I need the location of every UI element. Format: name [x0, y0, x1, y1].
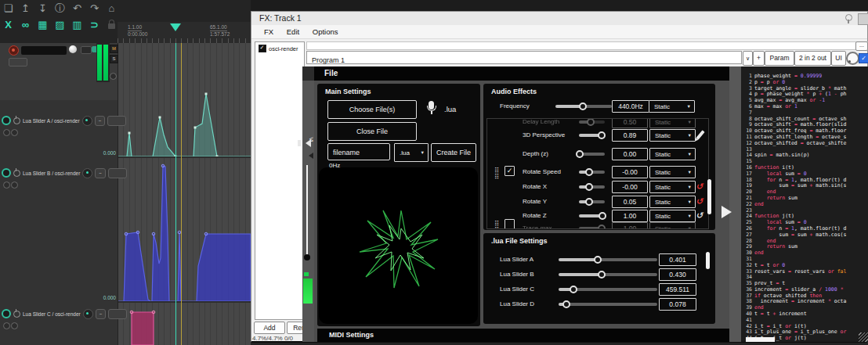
envelope-point[interactable] [159, 117, 161, 119]
slider-thumb[interactable] [599, 212, 606, 220]
param-slider[interactable] [555, 105, 612, 108]
choose-files-button[interactable]: Choose File(s) [327, 100, 417, 119]
fader-thumb[interactable] [304, 254, 310, 261]
lane-arm-icon[interactable] [2, 116, 11, 125]
fx-online-checkbox[interactable]: ✓ [859, 53, 868, 63]
param-value[interactable]: 0.89 [612, 129, 648, 142]
code-line[interactable]: 22end [743, 202, 846, 208]
rotate-enabled-icon[interactable]: ↺ [696, 210, 703, 221]
param-value[interactable]: 0.401 [659, 253, 696, 266]
microphone-icon[interactable] [429, 101, 434, 110]
add-fx-button[interactable]: Add [254, 322, 285, 334]
record-arm-button[interactable] [9, 45, 19, 56]
new-project-icon[interactable]: ❏ [2, 3, 14, 14]
solo-button[interactable]: S [110, 55, 118, 63]
code-line[interactable]: 40t = t + increment [743, 311, 846, 318]
fx-button[interactable] [81, 46, 92, 54]
track-name-field[interactable] [21, 46, 67, 55]
envelope-lua-slider-c[interactable] [132, 312, 154, 345]
track1-header[interactable]: M S [0, 43, 118, 100]
fx-list-item[interactable]: osci-render [269, 45, 298, 52]
rotate-disabled-icon[interactable]: ↺ [696, 196, 703, 207]
lane-value-knob[interactable] [82, 116, 92, 126]
param-slider[interactable] [559, 273, 657, 276]
menu-fx[interactable]: FX [264, 27, 273, 36]
close-file-button[interactable]: Close File [327, 122, 417, 141]
fx-enable-checkbox[interactable] [259, 45, 266, 52]
slider-thumb[interactable] [594, 256, 602, 264]
effects-scrollbar[interactable] [707, 179, 711, 214]
envelope-point[interactable] [194, 127, 197, 129]
lane-value-knob[interactable] [82, 168, 92, 178]
fx-comment-bar[interactable] [306, 41, 868, 50]
param-value[interactable]: 1.00 [612, 210, 648, 222]
lane-mod-button[interactable] [107, 116, 126, 126]
program-dropdown-arrow-icon[interactable]: ∨ [743, 51, 753, 66]
param-value[interactable]: 440.0Hz [612, 100, 649, 113]
slider-thumb[interactable] [598, 225, 606, 229]
code-line[interactable]: 12octave_shifted = octave_shifte [743, 141, 846, 147]
code-line[interactable]: 14spin = math.sin(p) [743, 153, 846, 159]
slider-thumb[interactable] [570, 286, 577, 293]
param-mode-dropdown[interactable]: Static▼ [649, 118, 696, 128]
plugin-menubar[interactable]: File [314, 66, 729, 81]
param-mode-dropdown[interactable]: Static▼ [649, 100, 695, 113]
slider-thumb[interactable] [598, 131, 606, 139]
param-mode-dropdown[interactable]: Static▼ [649, 196, 696, 208]
slider-thumb[interactable] [576, 150, 584, 158]
param-slider[interactable] [559, 303, 657, 306]
open-project-icon[interactable]: ↧ [37, 3, 49, 14]
param-slider[interactable] [579, 153, 605, 156]
undo-icon[interactable]: ↶ [71, 3, 83, 14]
param-value[interactable]: 0.00 [612, 148, 648, 160]
param-value[interactable]: 1.00 [612, 222, 648, 229]
lane-hide-icon[interactable] [11, 322, 18, 329]
close-button[interactable] [858, 13, 868, 25]
file-menu[interactable]: File [324, 69, 338, 77]
slider-thumb[interactable] [598, 271, 606, 279]
lane-bypass-icon[interactable] [13, 117, 20, 124]
wet-dry-knob[interactable] [846, 52, 859, 65]
more-button[interactable]: ... [855, 41, 868, 51]
code-line[interactable]: 33reset_vars = reset_vars or fal [743, 269, 846, 275]
lane-gear-icon[interactable] [3, 322, 10, 329]
envelope-point[interactable] [128, 132, 131, 135]
crossfade-icon[interactable]: X [2, 20, 14, 31]
io-button[interactable]: 2 in 2 out [794, 51, 831, 66]
pin-icon[interactable] [845, 14, 852, 21]
midi-settings-header[interactable]: MIDI Settings [317, 329, 729, 342]
volume-knob[interactable] [69, 45, 77, 53]
param-value[interactable]: 459.511 [659, 283, 696, 296]
lane-header-lua-slider-c[interactable]: Lua Slider C / osci-render ~ [2, 307, 127, 320]
envelope-point[interactable] [205, 93, 208, 95]
program-add-button[interactable]: + [753, 51, 765, 66]
snap-icon[interactable]: ⊃ [89, 20, 100, 31]
redo-icon[interactable]: ↷ [89, 3, 100, 14]
lua-scrollbar[interactable] [706, 252, 710, 269]
lock-icon[interactable] [106, 19, 118, 31]
param-value[interactable]: 0.05 [612, 196, 648, 208]
code-line[interactable]: 6max = max or 1 [743, 104, 846, 110]
edit-pencil-icon[interactable] [696, 130, 704, 140]
code-line[interactable]: 30end [743, 250, 846, 257]
show-editor-button[interactable] [722, 206, 732, 218]
param-slider[interactable] [559, 288, 657, 291]
param-slider[interactable] [579, 120, 605, 124]
param-slider[interactable] [579, 134, 605, 137]
lane-value-knob[interactable] [83, 309, 93, 319]
project-settings-icon[interactable]: ⓘ [54, 3, 66, 14]
trim-envelope-display[interactable] [9, 58, 27, 66]
param-slider[interactable] [579, 214, 605, 217]
extension-dropdown[interactable]: .lua ▼ [394, 143, 429, 162]
param-mode-dropdown[interactable]: Static▼ [649, 129, 696, 142]
param-slider[interactable] [579, 171, 605, 174]
menu-options[interactable]: Options [313, 27, 338, 36]
envelope-lua-slider-a[interactable] [118, 94, 251, 156]
param-mode-dropdown[interactable]: Static▼ [649, 181, 696, 193]
param-button[interactable]: Param [765, 51, 794, 66]
slider-thumb[interactable] [587, 118, 595, 126]
ripple-edit-icon[interactable]: ▦ [37, 20, 49, 31]
create-file-button[interactable]: Create File [431, 143, 476, 162]
render-icon[interactable]: ⌂ [106, 3, 118, 14]
save-project-icon[interactable]: ↥ [20, 3, 31, 14]
